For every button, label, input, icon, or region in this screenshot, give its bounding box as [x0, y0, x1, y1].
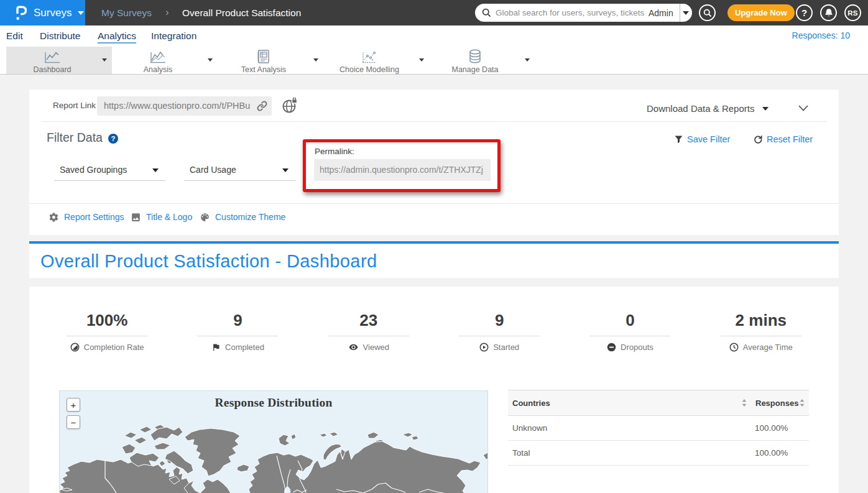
notifications-button[interactable]: [820, 4, 837, 21]
tool-dashboard-caret-icon[interactable]: [102, 58, 107, 62]
sort-responses-icon[interactable]: [800, 399, 805, 407]
tool-manage-data[interactable]: Manage Data: [429, 47, 535, 74]
breadcrumb-current: Overall Product Satisfaction: [182, 0, 301, 25]
stat-started: 9 Started: [434, 308, 565, 352]
response-distribution-map[interactable]: Response Distribution + −: [59, 390, 488, 493]
saved-groupings-caret-icon: [152, 168, 159, 172]
card-usage-select[interactable]: Card Usage: [184, 162, 295, 181]
saved-groupings-select[interactable]: Saved Groupings: [54, 162, 165, 181]
sort-countries-icon[interactable]: [742, 399, 747, 407]
country-cell: Total: [512, 441, 530, 466]
customize-theme-label: Customize Theme: [215, 212, 285, 222]
stat-value: 2 mins: [696, 308, 826, 333]
download-data-reports-label: Download Data & Reports: [647, 103, 754, 114]
tool-dashboard-label: Dashboard: [6, 65, 98, 74]
card-usage-caret-icon: [282, 168, 289, 172]
dashboard-card: 100% Completion Rate 9 Completed 23: [29, 287, 839, 493]
stat-value: 0: [565, 308, 695, 333]
divider: [589, 336, 670, 336]
breadcrumb-parent[interactable]: My Surveys: [101, 0, 152, 25]
divider: [42, 121, 826, 122]
tool-manage-data-label: Manage Data: [429, 65, 521, 74]
choice-modelling-icon: [323, 48, 415, 65]
avatar[interactable]: RS: [844, 4, 861, 21]
tool-dashboard[interactable]: Dashboard: [6, 47, 112, 74]
report-settings-link[interactable]: Report Settings: [48, 211, 124, 223]
title-logo-link[interactable]: Title & Logo: [131, 211, 192, 223]
zoom-out-button[interactable]: −: [67, 415, 80, 429]
tool-text-analysis-caret-icon[interactable]: [313, 58, 318, 62]
divider: [29, 203, 839, 204]
page-title: Overall Product Satisfaction - Dashboard: [40, 244, 377, 279]
customize-theme-link[interactable]: Customize Theme: [200, 211, 285, 223]
download-caret-icon: [762, 107, 769, 111]
tab-distribute[interactable]: Distribute: [40, 27, 80, 44]
collapse-chevron-icon[interactable]: [798, 104, 809, 112]
image-icon: [131, 212, 141, 223]
text-analysis-icon: [218, 48, 310, 65]
eye-icon: [348, 343, 359, 352]
divider: [721, 336, 801, 336]
table-row-total: Total 100.00%: [508, 441, 809, 466]
gear-icon: [48, 212, 59, 223]
stats-row: 100% Completion Rate 9 Completed 23: [42, 308, 826, 352]
tool-analysis-caret-icon[interactable]: [208, 58, 213, 62]
card-usage-value: Card Usage: [190, 165, 236, 175]
link-icon[interactable]: [257, 101, 267, 111]
tool-choice-modelling-caret-icon[interactable]: [419, 58, 424, 62]
search-input[interactable]: [496, 8, 649, 17]
countries-table-header: Countries Responses: [508, 390, 809, 416]
heading-band: Overall Product Satisfaction - Dashboard: [29, 244, 839, 278]
divider: [67, 336, 147, 336]
tab-edit[interactable]: Edit: [6, 27, 23, 44]
report-link-url[interactable]: https://www.questionpro.com/t/PHBu: [97, 96, 252, 116]
topbar: Surveys My Surveys › Overall Product Sat…: [0, 0, 868, 25]
search-scope[interactable]: Admin: [649, 8, 680, 18]
search-scope-caret-icon[interactable]: [680, 4, 692, 22]
database-icon: [429, 48, 521, 65]
permalink-field[interactable]: https://admin.questionpro.com/t/ZTHXJTZj: [314, 159, 491, 181]
help-button[interactable]: ?: [796, 4, 813, 21]
dashboard-chart-icon: [6, 48, 98, 65]
responses-column-header[interactable]: Responses: [755, 390, 798, 417]
breadcrumb-separator-icon: ›: [165, 0, 169, 24]
globe-privacy-icon[interactable]: [282, 98, 298, 117]
stat-label: Completed: [225, 343, 264, 352]
funnel-icon: [675, 136, 683, 144]
tab-analytics[interactable]: Analytics: [98, 27, 136, 44]
responses-count[interactable]: Responses: 10: [792, 25, 850, 46]
permalink-label: Permalink:: [315, 147, 354, 156]
stat-label: Completion Rate: [84, 343, 144, 352]
filter-help-icon[interactable]: ?: [108, 134, 118, 144]
reset-filter-button[interactable]: Reset Filter: [754, 134, 813, 144]
filter-data-title: Filter Data: [47, 131, 103, 145]
reset-filter-label: Reset Filter: [767, 134, 813, 144]
download-data-reports-menu[interactable]: Download Data & Reports: [647, 92, 769, 125]
search-submit-button[interactable]: [699, 4, 716, 21]
clock-icon: [729, 343, 739, 352]
global-search: Admin: [475, 4, 692, 22]
map-title: Response Distribution: [60, 396, 487, 410]
country-cell: Unknown: [512, 416, 547, 441]
tool-analysis[interactable]: Analysis: [112, 47, 218, 74]
save-filter-button[interactable]: Save Filter: [675, 134, 730, 144]
tab-integration[interactable]: Integration: [151, 27, 196, 44]
help-icon: ?: [801, 7, 807, 18]
zoom-in-button[interactable]: +: [67, 398, 80, 412]
stat-label: Average Time: [743, 343, 793, 352]
play-circle-icon: [479, 343, 489, 352]
analytics-toolbar: Dashboard Analysis Text Analysis Choice …: [0, 47, 868, 75]
tool-choice-modelling[interactable]: Choice Modelling: [323, 47, 429, 74]
stat-value: 9: [172, 308, 303, 333]
tool-manage-data-caret-icon[interactable]: [525, 58, 530, 62]
tool-text-analysis[interactable]: Text Analysis: [218, 47, 323, 74]
responses-cell: 100.00%: [755, 416, 788, 441]
upgrade-button[interactable]: Upgrade Now: [727, 4, 795, 21]
report-link-field[interactable]: https://www.questionpro.com/t/PHBu: [97, 96, 272, 116]
countries-column-header[interactable]: Countries: [512, 390, 550, 417]
tool-choice-modelling-label: Choice Modelling: [323, 65, 415, 74]
stat-completed: 9 Completed: [172, 308, 303, 352]
stat-value: 9: [434, 308, 565, 333]
stat-completion-rate: 100% Completion Rate: [42, 308, 172, 352]
product-menu[interactable]: Surveys: [0, 0, 85, 25]
